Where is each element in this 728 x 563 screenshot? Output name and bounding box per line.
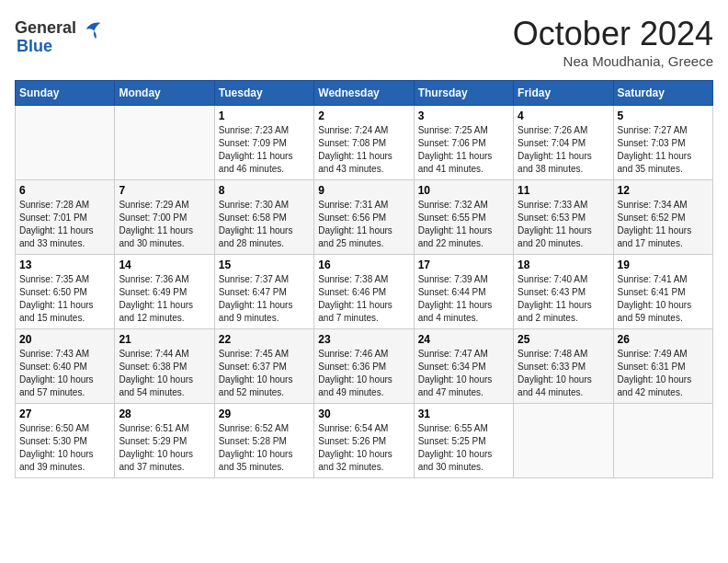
day-number: 26 [618,333,709,346]
day-info: Sunrise: 7:31 AM Sunset: 6:56 PM Dayligh… [318,199,409,250]
weekday-header: Thursday [414,81,513,106]
day-info: Sunrise: 7:35 AM Sunset: 6:50 PM Dayligh… [19,273,110,325]
day-number: 22 [219,333,310,346]
day-info: Sunrise: 7:33 AM Sunset: 6:53 PM Dayligh… [518,199,609,250]
calendar-table: SundayMondayTuesdayWednesdayThursdayFrid… [15,80,713,478]
day-number: 3 [418,109,509,122]
day-info: Sunrise: 6:50 AM Sunset: 5:30 PM Dayligh… [19,422,110,474]
calendar-cell: 9Sunrise: 7:31 AM Sunset: 6:56 PM Daylig… [314,180,414,255]
day-info: Sunrise: 7:29 AM Sunset: 7:00 PM Dayligh… [119,199,210,250]
day-info: Sunrise: 7:46 AM Sunset: 6:36 PM Dayligh… [318,348,409,399]
calendar-cell: 15Sunrise: 7:37 AM Sunset: 6:47 PM Dayli… [214,255,313,329]
day-number: 16 [318,259,409,271]
calendar-cell: 20Sunrise: 7:43 AM Sunset: 6:40 PM Dayli… [16,329,115,404]
day-number: 20 [19,333,110,346]
title-block: October 2024 Nea Moudhania, Greece [513,15,713,69]
calendar-cell: 28Sunrise: 6:51 AM Sunset: 5:29 PM Dayli… [115,404,214,478]
day-info: Sunrise: 7:36 AM Sunset: 6:49 PM Dayligh… [119,273,210,325]
calendar-cell: 6Sunrise: 7:28 AM Sunset: 7:01 PM Daylig… [16,180,115,255]
day-info: Sunrise: 7:45 AM Sunset: 6:37 PM Dayligh… [219,348,310,399]
day-info: Sunrise: 6:54 AM Sunset: 5:26 PM Dayligh… [318,422,409,474]
day-number: 11 [518,184,609,197]
day-info: Sunrise: 7:30 AM Sunset: 6:58 PM Dayligh… [219,199,310,250]
day-info: Sunrise: 7:48 AM Sunset: 6:33 PM Dayligh… [518,348,609,399]
day-info: Sunrise: 7:49 AM Sunset: 6:31 PM Dayligh… [618,348,709,399]
day-number: 12 [618,184,709,197]
calendar-cell [514,404,613,478]
day-number: 5 [618,109,709,122]
day-number: 25 [518,333,609,346]
day-number: 19 [618,259,709,271]
calendar-cell: 14Sunrise: 7:36 AM Sunset: 6:49 PM Dayli… [115,255,214,329]
day-number: 10 [418,184,509,197]
calendar-cell: 19Sunrise: 7:41 AM Sunset: 6:41 PM Dayli… [613,255,712,329]
calendar-cell: 2Sunrise: 7:24 AM Sunset: 7:08 PM Daylig… [314,106,414,180]
day-info: Sunrise: 7:43 AM Sunset: 6:40 PM Dayligh… [19,348,110,399]
calendar-cell: 27Sunrise: 6:50 AM Sunset: 5:30 PM Dayli… [16,404,115,478]
calendar-cell: 24Sunrise: 7:47 AM Sunset: 6:34 PM Dayli… [414,329,513,404]
calendar-cell: 10Sunrise: 7:32 AM Sunset: 6:55 PM Dayli… [414,180,513,255]
calendar-cell: 7Sunrise: 7:29 AM Sunset: 7:00 PM Daylig… [115,180,214,255]
day-number: 29 [219,408,310,420]
calendar-cell: 4Sunrise: 7:26 AM Sunset: 7:04 PM Daylig… [514,106,613,180]
day-info: Sunrise: 6:51 AM Sunset: 5:29 PM Dayligh… [119,422,210,474]
location: Nea Moudhania, Greece [513,53,713,69]
calendar-cell: 25Sunrise: 7:48 AM Sunset: 6:33 PM Dayli… [514,329,613,404]
calendar-cell: 17Sunrise: 7:39 AM Sunset: 6:44 PM Dayli… [414,255,513,329]
day-number: 8 [219,184,310,197]
day-number: 21 [119,333,210,346]
day-info: Sunrise: 7:39 AM Sunset: 6:44 PM Dayligh… [418,273,509,325]
day-number: 7 [119,184,210,197]
weekday-header: Saturday [613,81,712,106]
day-number: 23 [318,333,409,346]
day-number: 28 [119,408,210,420]
day-info: Sunrise: 7:34 AM Sunset: 6:52 PM Dayligh… [618,199,709,250]
day-info: Sunrise: 7:32 AM Sunset: 6:55 PM Dayligh… [418,199,509,250]
calendar-cell: 8Sunrise: 7:30 AM Sunset: 6:58 PM Daylig… [214,180,313,255]
day-number: 15 [219,259,310,271]
day-info: Sunrise: 7:47 AM Sunset: 6:34 PM Dayligh… [418,348,509,399]
day-info: Sunrise: 7:26 AM Sunset: 7:04 PM Dayligh… [518,124,609,176]
calendar-cell [613,404,712,478]
day-info: Sunrise: 6:55 AM Sunset: 5:25 PM Dayligh… [418,422,509,474]
day-info: Sunrise: 7:23 AM Sunset: 7:09 PM Dayligh… [219,124,310,176]
logo-blue: Blue [17,37,52,56]
calendar-cell: 11Sunrise: 7:33 AM Sunset: 6:53 PM Dayli… [514,180,613,255]
calendar-cell: 12Sunrise: 7:34 AM Sunset: 6:52 PM Dayli… [613,180,712,255]
logo-general: General [15,18,76,38]
day-number: 9 [318,184,409,197]
day-number: 1 [219,109,310,122]
day-number: 18 [518,259,609,271]
month-title: October 2024 [513,15,713,53]
calendar-cell: 22Sunrise: 7:45 AM Sunset: 6:37 PM Dayli… [214,329,313,404]
calendar-cell: 3Sunrise: 7:25 AM Sunset: 7:06 PM Daylig… [414,106,513,180]
calendar-cell: 16Sunrise: 7:38 AM Sunset: 6:46 PM Dayli… [314,255,414,329]
day-info: Sunrise: 7:28 AM Sunset: 7:01 PM Dayligh… [19,199,110,250]
calendar-cell: 23Sunrise: 7:46 AM Sunset: 6:36 PM Dayli… [314,329,414,404]
day-number: 13 [19,259,110,271]
calendar-cell: 13Sunrise: 7:35 AM Sunset: 6:50 PM Dayli… [16,255,115,329]
day-number: 31 [418,408,509,420]
calendar-cell: 1Sunrise: 7:23 AM Sunset: 7:09 PM Daylig… [214,106,313,180]
page-header: General Blue October 2024 Nea Moudhania,… [15,15,713,69]
day-number: 14 [119,259,210,271]
day-number: 2 [318,109,409,122]
calendar-cell: 30Sunrise: 6:54 AM Sunset: 5:26 PM Dayli… [314,404,414,478]
calendar-cell: 31Sunrise: 6:55 AM Sunset: 5:25 PM Dayli… [414,404,513,478]
day-number: 24 [418,333,509,346]
day-number: 4 [518,109,609,122]
calendar-cell: 18Sunrise: 7:40 AM Sunset: 6:43 PM Dayli… [514,255,613,329]
calendar-cell: 5Sunrise: 7:27 AM Sunset: 7:03 PM Daylig… [613,106,712,180]
calendar-cell: 26Sunrise: 7:49 AM Sunset: 6:31 PM Dayli… [613,329,712,404]
day-number: 6 [19,184,110,197]
day-info: Sunrise: 7:41 AM Sunset: 6:41 PM Dayligh… [618,273,709,325]
calendar-cell: 21Sunrise: 7:44 AM Sunset: 6:38 PM Dayli… [115,329,214,404]
calendar-cell: 29Sunrise: 6:52 AM Sunset: 5:28 PM Dayli… [214,404,313,478]
day-info: Sunrise: 7:38 AM Sunset: 6:46 PM Dayligh… [318,273,409,325]
day-info: Sunrise: 6:52 AM Sunset: 5:28 PM Dayligh… [219,422,310,474]
weekday-header: Wednesday [314,81,414,106]
weekday-header: Monday [115,81,214,106]
day-info: Sunrise: 7:37 AM Sunset: 6:47 PM Dayligh… [219,273,310,325]
day-info: Sunrise: 7:25 AM Sunset: 7:06 PM Dayligh… [418,124,509,176]
day-number: 30 [318,408,409,420]
